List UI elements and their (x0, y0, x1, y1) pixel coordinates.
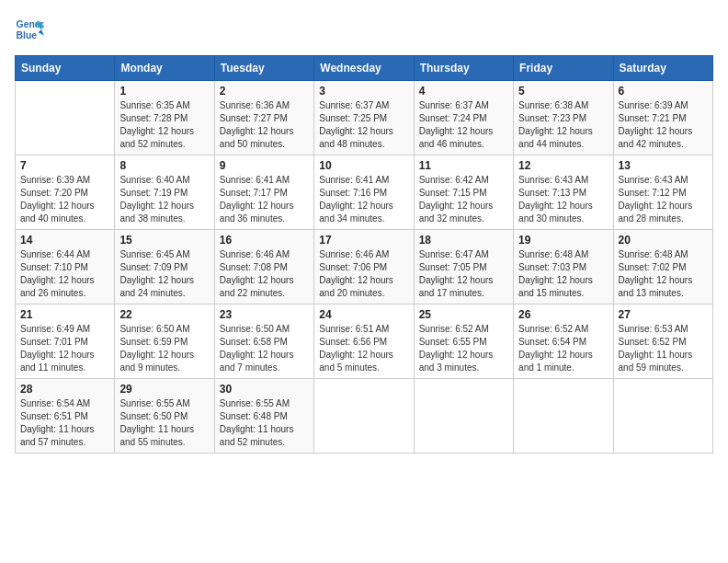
day-info: Sunrise: 6:48 AMSunset: 7:03 PMDaylight:… (518, 248, 608, 300)
calendar-cell: 11Sunrise: 6:42 AMSunset: 7:15 PMDayligh… (414, 155, 513, 230)
daylight-label: Daylight: 12 hours and 11 minutes. (20, 350, 95, 373)
sunrise-label: Sunrise: 6:43 AM (619, 175, 688, 185)
sunset-label: Sunset: 7:20 PM (20, 188, 88, 198)
sunset-label: Sunset: 7:24 PM (419, 113, 487, 123)
sunset-label: Sunset: 6:55 PM (419, 337, 487, 347)
day-number: 14 (20, 234, 109, 247)
day-info: Sunrise: 6:36 AMSunset: 7:27 PMDaylight:… (220, 99, 309, 151)
daylight-label: Daylight: 12 hours and 1 minute. (518, 350, 593, 373)
daylight-label: Daylight: 12 hours and 24 minutes. (119, 275, 194, 298)
sunset-label: Sunset: 6:52 PM (619, 337, 687, 347)
sunrise-label: Sunrise: 6:54 AM (20, 398, 90, 408)
weekday-header-saturday: Saturday (613, 56, 712, 81)
weekday-header-wednesday: Wednesday (314, 56, 414, 81)
sunrise-label: Sunrise: 6:47 AM (419, 249, 489, 259)
day-info: Sunrise: 6:41 AMSunset: 7:17 PMDaylight:… (220, 174, 309, 225)
daylight-label: Daylight: 12 hours and 22 minutes. (220, 275, 294, 298)
day-number: 19 (518, 234, 608, 247)
weekday-header-friday: Friday (514, 56, 613, 81)
sunset-label: Sunset: 6:54 PM (518, 337, 586, 347)
sunset-label: Sunset: 7:28 PM (119, 113, 188, 123)
day-number: 8 (119, 159, 209, 172)
calendar-cell: 7Sunrise: 6:39 AMSunset: 7:20 PMDaylight… (16, 155, 115, 230)
day-info: Sunrise: 6:49 AMSunset: 7:01 PMDaylight:… (20, 323, 109, 374)
calendar-cell (613, 379, 712, 454)
sunset-label: Sunset: 7:13 PM (518, 188, 586, 198)
day-info: Sunrise: 6:46 AMSunset: 7:06 PMDaylight:… (319, 248, 408, 300)
day-info: Sunrise: 6:35 AMSunset: 7:28 PMDaylight:… (119, 99, 209, 151)
weekday-header-monday: Monday (115, 56, 214, 81)
day-number: 6 (619, 85, 708, 98)
calendar-cell: 20Sunrise: 6:48 AMSunset: 7:02 PMDayligh… (613, 230, 712, 304)
day-number: 25 (419, 308, 508, 321)
daylight-label: Daylight: 12 hours and 42 minutes. (619, 126, 693, 149)
sunset-label: Sunset: 7:08 PM (220, 262, 288, 272)
daylight-label: Daylight: 12 hours and 26 minutes. (20, 275, 95, 298)
week-row-3: 21Sunrise: 6:49 AMSunset: 7:01 PMDayligh… (16, 304, 713, 379)
day-info: Sunrise: 6:42 AMSunset: 7:15 PMDaylight:… (419, 174, 508, 225)
weekday-header-tuesday: Tuesday (214, 56, 313, 81)
sunset-label: Sunset: 7:23 PM (518, 113, 586, 123)
day-info: Sunrise: 6:46 AMSunset: 7:08 PMDaylight:… (220, 248, 309, 300)
day-number: 4 (419, 85, 508, 98)
sunset-label: Sunset: 7:16 PM (319, 188, 387, 198)
day-info: Sunrise: 6:52 AMSunset: 6:54 PMDaylight:… (518, 323, 608, 374)
sunrise-label: Sunrise: 6:35 AM (119, 100, 189, 110)
daylight-label: Daylight: 12 hours and 40 minutes. (20, 201, 95, 224)
day-number: 11 (419, 159, 508, 172)
calendar-cell: 22Sunrise: 6:50 AMSunset: 6:59 PMDayligh… (115, 304, 214, 379)
calendar-cell (16, 81, 115, 155)
calendar-cell: 17Sunrise: 6:46 AMSunset: 7:06 PMDayligh… (314, 230, 414, 304)
day-number: 28 (20, 383, 109, 396)
daylight-label: Daylight: 11 hours and 52 minutes. (220, 424, 294, 447)
sunrise-label: Sunrise: 6:37 AM (319, 100, 389, 110)
sunrise-label: Sunrise: 6:49 AM (20, 324, 90, 334)
sunset-label: Sunset: 6:59 PM (119, 337, 188, 347)
weekday-header-thursday: Thursday (414, 56, 513, 81)
daylight-label: Daylight: 12 hours and 17 minutes. (419, 275, 494, 298)
day-info: Sunrise: 6:43 AMSunset: 7:12 PMDaylight:… (619, 174, 708, 225)
day-info: Sunrise: 6:50 AMSunset: 6:59 PMDaylight:… (119, 323, 209, 374)
day-info: Sunrise: 6:53 AMSunset: 6:52 PMDaylight:… (619, 323, 708, 374)
week-row-0: 1Sunrise: 6:35 AMSunset: 7:28 PMDaylight… (16, 81, 713, 155)
daylight-label: Daylight: 11 hours and 55 minutes. (119, 424, 194, 447)
day-number: 20 (619, 234, 708, 247)
daylight-label: Daylight: 12 hours and 13 minutes. (619, 275, 693, 298)
weekday-header-row: SundayMondayTuesdayWednesdayThursdayFrid… (16, 56, 713, 81)
sunrise-label: Sunrise: 6:39 AM (20, 175, 90, 185)
calendar-cell: 8Sunrise: 6:40 AMSunset: 7:19 PMDaylight… (115, 155, 214, 230)
svg-marker-3 (39, 29, 44, 35)
day-number: 21 (20, 308, 109, 321)
sunrise-label: Sunrise: 6:48 AM (518, 249, 588, 259)
calendar-cell: 12Sunrise: 6:43 AMSunset: 7:13 PMDayligh… (514, 155, 613, 230)
page-header: General Blue (15, 15, 713, 44)
day-info: Sunrise: 6:40 AMSunset: 7:19 PMDaylight:… (119, 174, 209, 225)
day-number: 24 (319, 308, 408, 321)
daylight-label: Daylight: 12 hours and 52 minutes. (119, 126, 194, 149)
calendar-cell: 10Sunrise: 6:41 AMSunset: 7:16 PMDayligh… (314, 155, 414, 230)
sunrise-label: Sunrise: 6:42 AM (419, 175, 489, 185)
calendar-cell: 14Sunrise: 6:44 AMSunset: 7:10 PMDayligh… (16, 230, 115, 304)
sunrise-label: Sunrise: 6:48 AM (619, 249, 688, 259)
day-number: 7 (20, 159, 109, 172)
logo: General Blue (15, 15, 48, 44)
day-number: 1 (119, 85, 209, 98)
calendar-cell: 28Sunrise: 6:54 AMSunset: 6:51 PMDayligh… (16, 379, 115, 454)
daylight-label: Daylight: 12 hours and 50 minutes. (220, 126, 294, 149)
week-row-2: 14Sunrise: 6:44 AMSunset: 7:10 PMDayligh… (16, 230, 713, 304)
sunrise-label: Sunrise: 6:41 AM (319, 175, 389, 185)
sunrise-label: Sunrise: 6:53 AM (619, 324, 688, 334)
sunset-label: Sunset: 7:09 PM (119, 262, 188, 272)
daylight-label: Daylight: 12 hours and 9 minutes. (119, 350, 194, 373)
daylight-label: Daylight: 12 hours and 36 minutes. (220, 201, 294, 224)
day-number: 26 (518, 308, 608, 321)
daylight-label: Daylight: 12 hours and 38 minutes. (119, 201, 194, 224)
calendar-cell: 6Sunrise: 6:39 AMSunset: 7:21 PMDaylight… (613, 81, 712, 155)
day-number: 5 (518, 85, 608, 98)
daylight-label: Daylight: 12 hours and 15 minutes. (518, 275, 593, 298)
calendar-cell: 19Sunrise: 6:48 AMSunset: 7:03 PMDayligh… (514, 230, 613, 304)
day-number: 29 (119, 383, 209, 396)
sunrise-label: Sunrise: 6:46 AM (220, 249, 290, 259)
daylight-label: Daylight: 12 hours and 46 minutes. (419, 126, 494, 149)
calendar-cell: 24Sunrise: 6:51 AMSunset: 6:56 PMDayligh… (314, 304, 414, 379)
